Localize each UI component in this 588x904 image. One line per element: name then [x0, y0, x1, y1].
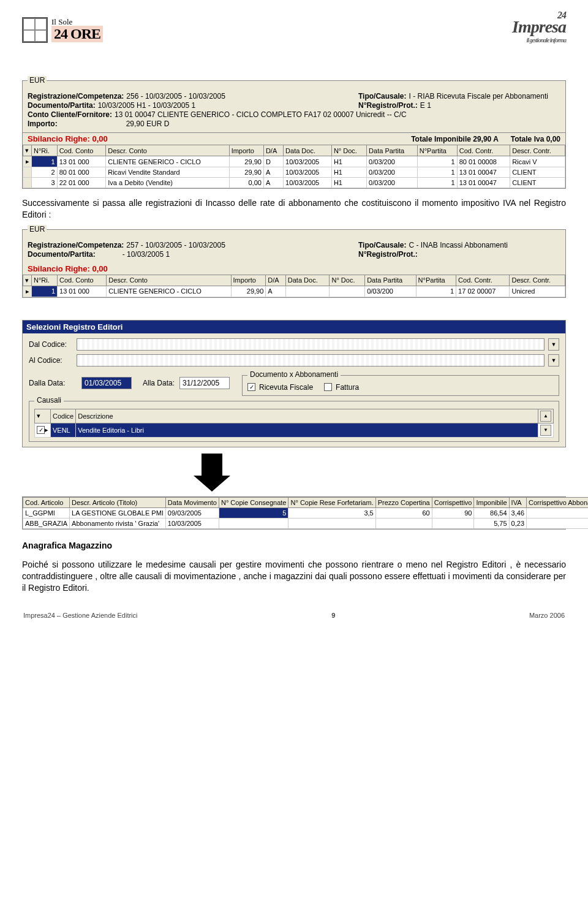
al-codice-dropdown[interactable]: ▼ [548, 354, 559, 367]
conto-val: 13 01 00047 CLIENTE GENERICO - CICLO COM… [115, 110, 407, 119]
currency-label-2: EUR [28, 225, 47, 234]
page-footer: Impresa24 – Gestione Aziende Editrici 9 … [22, 612, 566, 619]
table-row[interactable]: 322 01 000Iva a Debito (Vendite)0,00A10/… [23, 178, 565, 188]
col2-dp[interactable]: Data Partita [365, 275, 416, 286]
col-desccontr[interactable]: Descr. Contr. [510, 145, 565, 156]
table-row[interactable]: ▸113 01 000CLIENTE GENERICO - CICLO29,90… [23, 156, 565, 167]
currency-label: EUR [28, 76, 47, 85]
col4-imp[interactable]: Imponibile [474, 497, 509, 507]
nreg2-label: N°Registro/Prot.: [358, 250, 418, 259]
table-row[interactable]: ✓▸ VENL Vendite Editoria - Libri ▼ [35, 423, 554, 437]
doc2-val: - 10/03/2005 1 [123, 250, 170, 259]
col-codcontr[interactable]: Cod. Contr. [457, 145, 510, 156]
causali-group: Causali ▾ Codice Descrizione ▲ ✓▸ VENL V… [29, 401, 559, 442]
registration-grid-1[interactable]: ▾ N°Ri. Cod. Conto Descr. Conto Importo … [23, 145, 565, 188]
col4-prezzo[interactable]: Prezzo Copertina [375, 497, 432, 507]
causali-row-checkbox[interactable]: ✓▸ [35, 423, 51, 437]
ricevuta-fiscale-checkbox[interactable]: ✓Ricevuta Fiscale [247, 383, 313, 392]
col-ndoc[interactable]: N° Doc. [331, 145, 366, 156]
col4-rese[interactable]: N° Copie Rese Forfetariam. [288, 497, 375, 507]
table-row[interactable]: 280 01 000Ricavi Vendite Standard29,90A1… [23, 167, 565, 178]
sbilancio-2: Sbilancio Righe: 0,00 [28, 264, 108, 273]
reg2-val: 257 - 10/03/2005 - 10/03/2005 [126, 241, 225, 249]
heading-anagrafica: Anagrafica Magazzino [22, 541, 566, 550]
col4-cab[interactable]: Corrispettivo Abbonament [527, 497, 588, 507]
col-datapartita[interactable]: Data Partita [367, 145, 418, 156]
col-descconto[interactable]: Descr. Conto [106, 145, 229, 156]
col2-nri[interactable]: N°Ri. [32, 275, 58, 286]
col4-cons[interactable]: N° Copie Consegnate [219, 497, 288, 507]
col2-cc[interactable]: Cod. Contr. [456, 275, 510, 286]
footer-page: 9 [331, 612, 335, 619]
col2-da[interactable]: D/A [266, 275, 285, 286]
col4-data[interactable]: Data Movimento [165, 497, 219, 507]
reg-label: Registrazione/Competenza: [28, 92, 124, 101]
col-npartita[interactable]: N°Partita [417, 145, 457, 156]
col4-corr[interactable]: Corrispettivo [432, 497, 474, 507]
table-row[interactable]: ▸113 01 000CLIENTE GENERICO - CICLO29,90… [23, 286, 565, 297]
logo-left-small: Il Sole [51, 18, 103, 26]
tipo-label: Tipo/Causale: [358, 92, 406, 101]
col-codconto[interactable]: Cod. Conto [57, 145, 106, 156]
paragraph-2: Poiché si possono utilizzare le medesime… [22, 559, 566, 594]
tipo-val: I - RIAB Ricevuta Fiscale per Abbonament… [409, 92, 548, 101]
doc2-label: Documento/Partita: [28, 250, 96, 259]
doc-abbonamenti-group: Documento x Abbonamenti ✓Ricevuta Fiscal… [242, 375, 559, 396]
col4-iva[interactable]: IVA [509, 497, 526, 507]
col2-imp[interactable]: Importo [231, 275, 266, 286]
col4-cod[interactable]: Cod. Articolo [23, 497, 70, 507]
totale-iva: Totale Iva 0,00 [511, 135, 560, 143]
dal-codice-input[interactable] [77, 338, 545, 351]
causali-col-sel[interactable]: ▾ [35, 409, 51, 423]
col2-dc[interactable]: Descr. Contr. [510, 275, 565, 286]
footer-right: Marzo 2006 [529, 612, 565, 619]
causali-col-desc[interactable]: Descrizione [76, 409, 538, 423]
col4-desc[interactable]: Descr. Articolo (Titolo) [70, 497, 166, 507]
registration-grid-2[interactable]: ▾ N°Ri. Cod. Conto Descr. Conto Importo … [23, 275, 565, 297]
dal-codice-dropdown[interactable]: ▼ [548, 338, 559, 351]
causali-col-codice[interactable]: Codice [51, 409, 76, 423]
doc-abb-label: Documento x Abbonamenti [247, 370, 341, 379]
table-row[interactable]: L_GGPMI LA GESTIONE GLOBALE PMI 09/03/20… [23, 507, 589, 518]
col-da[interactable]: D/A [263, 145, 283, 156]
alla-data-label: Alla Data: [143, 379, 175, 387]
imp-val: 29,90 EUR D [126, 120, 170, 128]
selezioni-titlebar: Selezioni Registro Editori [23, 321, 565, 333]
col2-np[interactable]: N°Partita [416, 275, 456, 286]
alla-data-input[interactable]: 31/12/2005 [179, 377, 230, 389]
grid2-selector[interactable]: ▾ [23, 275, 32, 286]
articoli-grid-panel: Cod. Articolo Descr. Articolo (Titolo) D… [22, 496, 566, 530]
tipo2-val: C - INAB Incassi Abbonamenti [409, 241, 507, 249]
logo-sole24ore: Il Sole 24 ORE [22, 17, 103, 43]
logo-right-badge: 24 [557, 10, 566, 21]
col-datadoc[interactable]: Data Doc. [284, 145, 332, 156]
logo-impresa: 24 Impresa il gestionale informa [512, 17, 566, 44]
causali-label: Causali [34, 396, 64, 405]
col-importo[interactable]: Importo [229, 145, 263, 156]
fattura-checkbox[interactable]: Fattura [324, 383, 359, 392]
arrow-down-icon [194, 454, 230, 490]
dal-codice-label: Dal Codice: [29, 340, 77, 349]
causali-grid[interactable]: ▾ Codice Descrizione ▲ ✓▸ VENL Vendite E… [34, 409, 554, 438]
paragraph-1: Successivamente si passa alle registrazi… [22, 197, 566, 221]
selezioni-panel: Selezioni Registro Editori Dal Codice: ▼… [22, 320, 566, 447]
articoli-grid[interactable]: Cod. Articolo Descr. Articolo (Titolo) D… [23, 497, 588, 529]
reg2-label: Registrazione/Competenza: [28, 241, 124, 249]
al-codice-input[interactable] [77, 354, 545, 367]
col2-ndoc[interactable]: N° Doc. [330, 275, 365, 286]
causali-scroll-down[interactable]: ▼ [538, 423, 554, 437]
col2-desc[interactable]: Descr. Conto [107, 275, 231, 286]
sbilancio-righe: Sbilancio Righe: 0,00 [28, 134, 108, 143]
imp-label: Importo: [28, 120, 58, 128]
causali-scroll-up[interactable]: ▲ [538, 409, 554, 423]
footer-left: Impresa24 – Gestione Aziende Editrici [23, 612, 138, 619]
totale-imponibile: Totale Imponibile 29,90 A [411, 135, 499, 143]
logo-right-sub: il gestionale informa [512, 37, 566, 44]
col2-data[interactable]: Data Doc. [285, 275, 330, 286]
col2-cod[interactable]: Cod. Conto [58, 275, 107, 286]
grid-selector-col[interactable]: ▾ [23, 145, 32, 156]
table-row[interactable]: ABB_GRAZIA Abbonamento rivista ' Grazia'… [23, 518, 589, 528]
dalla-data-input[interactable]: 01/03/2005 [81, 377, 132, 389]
tipo2-label: Tipo/Causale: [358, 241, 406, 249]
col-nri[interactable]: N°Ri. [32, 145, 58, 156]
